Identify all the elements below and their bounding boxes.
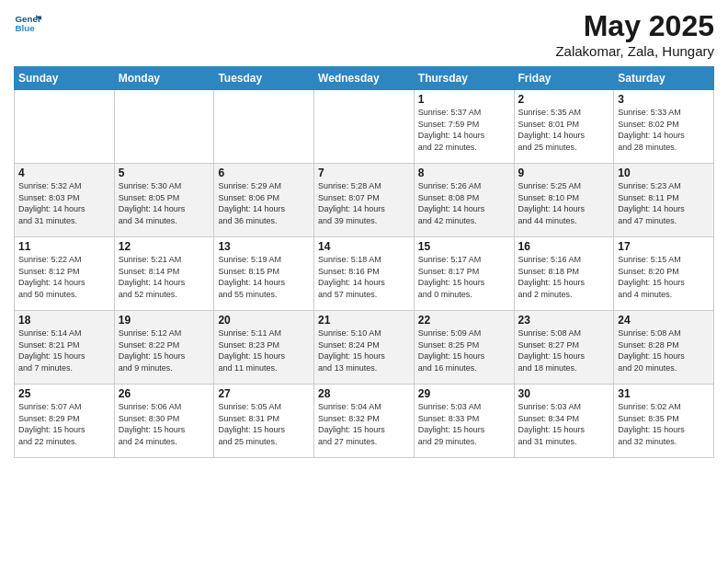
day-number: 29 — [418, 387, 510, 400]
weekday-header: Thursday — [414, 67, 514, 90]
weekday-header: Sunday — [15, 67, 115, 90]
day-number: 22 — [418, 314, 510, 327]
calendar-day-cell — [15, 90, 115, 164]
day-info: Sunrise: 5:26 AM Sunset: 8:08 PM Dayligh… — [418, 180, 510, 226]
calendar-day-cell: 15Sunrise: 5:17 AM Sunset: 8:17 PM Dayli… — [414, 237, 514, 311]
day-number: 2 — [518, 93, 610, 106]
calendar-day-cell: 10Sunrise: 5:23 AM Sunset: 8:11 PM Dayli… — [614, 164, 714, 237]
day-number: 6 — [218, 167, 310, 179]
calendar-day-cell: 16Sunrise: 5:16 AM Sunset: 8:18 PM Dayli… — [514, 237, 614, 311]
day-number: 4 — [18, 167, 110, 179]
calendar-day-cell: 29Sunrise: 5:03 AM Sunset: 8:33 PM Dayli… — [414, 385, 514, 458]
calendar-day-cell: 24Sunrise: 5:08 AM Sunset: 8:28 PM Dayli… — [614, 311, 714, 385]
calendar-day-cell: 3Sunrise: 5:33 AM Sunset: 8:02 PM Daylig… — [614, 90, 714, 164]
calendar-day-cell: 7Sunrise: 5:28 AM Sunset: 8:07 PM Daylig… — [314, 164, 415, 237]
calendar-week-row: 4Sunrise: 5:32 AM Sunset: 8:03 PM Daylig… — [15, 164, 714, 237]
calendar-day-cell: 25Sunrise: 5:07 AM Sunset: 8:29 PM Dayli… — [15, 385, 115, 458]
day-number: 26 — [119, 387, 210, 400]
day-number: 23 — [518, 314, 610, 327]
day-info: Sunrise: 5:35 AM Sunset: 8:01 PM Dayligh… — [518, 107, 610, 153]
day-info: Sunrise: 5:06 AM Sunset: 8:30 PM Dayligh… — [119, 401, 210, 447]
day-number: 30 — [518, 387, 610, 400]
location-title: Zalakomar, Zala, Hungary — [555, 43, 714, 59]
logo-icon: General Blue — [14, 9, 41, 37]
calendar-day-cell: 9Sunrise: 5:25 AM Sunset: 8:10 PM Daylig… — [514, 164, 614, 237]
day-info: Sunrise: 5:08 AM Sunset: 8:28 PM Dayligh… — [618, 327, 710, 373]
logo: General Blue — [14, 9, 41, 37]
day-info: Sunrise: 5:16 AM Sunset: 8:18 PM Dayligh… — [518, 254, 610, 300]
calendar-day-cell: 19Sunrise: 5:12 AM Sunset: 8:22 PM Dayli… — [114, 311, 214, 385]
calendar-week-row: 11Sunrise: 5:22 AM Sunset: 8:12 PM Dayli… — [15, 237, 714, 311]
calendar-day-cell: 26Sunrise: 5:06 AM Sunset: 8:30 PM Dayli… — [114, 385, 214, 458]
day-info: Sunrise: 5:32 AM Sunset: 8:03 PM Dayligh… — [18, 180, 110, 226]
day-number: 12 — [119, 240, 210, 253]
day-number: 3 — [618, 93, 710, 106]
calendar-day-cell: 20Sunrise: 5:11 AM Sunset: 8:23 PM Dayli… — [214, 311, 314, 385]
calendar-day-cell: 23Sunrise: 5:08 AM Sunset: 8:27 PM Dayli… — [514, 311, 614, 385]
day-number: 20 — [218, 314, 310, 327]
day-info: Sunrise: 5:14 AM Sunset: 8:21 PM Dayligh… — [18, 327, 110, 373]
calendar-week-row: 18Sunrise: 5:14 AM Sunset: 8:21 PM Dayli… — [15, 311, 714, 385]
day-info: Sunrise: 5:29 AM Sunset: 8:06 PM Dayligh… — [218, 180, 310, 226]
day-number: 7 — [318, 167, 410, 179]
calendar-day-cell: 27Sunrise: 5:05 AM Sunset: 8:31 PM Dayli… — [214, 385, 314, 458]
weekday-header: Wednesday — [314, 67, 415, 90]
day-number: 17 — [618, 240, 710, 253]
day-info: Sunrise: 5:28 AM Sunset: 8:07 PM Dayligh… — [318, 180, 410, 226]
calendar-day-cell: 13Sunrise: 5:19 AM Sunset: 8:15 PM Dayli… — [214, 237, 314, 311]
calendar-day-cell — [314, 90, 415, 164]
day-info: Sunrise: 5:07 AM Sunset: 8:29 PM Dayligh… — [18, 401, 110, 447]
calendar-day-cell: 1Sunrise: 5:37 AM Sunset: 7:59 PM Daylig… — [414, 90, 514, 164]
day-info: Sunrise: 5:19 AM Sunset: 8:15 PM Dayligh… — [218, 254, 310, 300]
day-number: 9 — [518, 167, 610, 179]
day-number: 27 — [218, 387, 310, 400]
day-info: Sunrise: 5:33 AM Sunset: 8:02 PM Dayligh… — [618, 107, 710, 153]
weekday-header: Saturday — [614, 67, 714, 90]
day-info: Sunrise: 5:22 AM Sunset: 8:12 PM Dayligh… — [18, 254, 110, 300]
day-info: Sunrise: 5:05 AM Sunset: 8:31 PM Dayligh… — [218, 401, 310, 447]
calendar-day-cell: 2Sunrise: 5:35 AM Sunset: 8:01 PM Daylig… — [514, 90, 614, 164]
day-number: 10 — [618, 167, 710, 179]
page-header: General Blue May 2025 Zalakomar, Zala, H… — [14, 9, 714, 59]
day-info: Sunrise: 5:21 AM Sunset: 8:14 PM Dayligh… — [119, 254, 210, 300]
weekday-header: Friday — [514, 67, 614, 90]
calendar-day-cell — [214, 90, 314, 164]
day-number: 11 — [18, 240, 110, 253]
day-number: 13 — [218, 240, 310, 253]
calendar-day-cell: 17Sunrise: 5:15 AM Sunset: 8:20 PM Dayli… — [614, 237, 714, 311]
day-info: Sunrise: 5:37 AM Sunset: 7:59 PM Dayligh… — [418, 107, 510, 153]
day-info: Sunrise: 5:02 AM Sunset: 8:35 PM Dayligh… — [618, 401, 710, 447]
calendar-day-cell: 12Sunrise: 5:21 AM Sunset: 8:14 PM Dayli… — [114, 237, 214, 311]
day-number: 1 — [418, 93, 510, 106]
calendar-day-cell: 8Sunrise: 5:26 AM Sunset: 8:08 PM Daylig… — [414, 164, 514, 237]
calendar-day-cell — [114, 90, 214, 164]
day-number: 31 — [618, 387, 710, 400]
day-info: Sunrise: 5:03 AM Sunset: 8:33 PM Dayligh… — [418, 401, 510, 447]
day-number: 18 — [18, 314, 110, 327]
calendar-day-cell: 11Sunrise: 5:22 AM Sunset: 8:12 PM Dayli… — [15, 237, 115, 311]
weekday-header-row: SundayMondayTuesdayWednesdayThursdayFrid… — [15, 67, 714, 90]
day-info: Sunrise: 5:30 AM Sunset: 8:05 PM Dayligh… — [119, 180, 210, 226]
day-number: 15 — [418, 240, 510, 253]
calendar-day-cell: 4Sunrise: 5:32 AM Sunset: 8:03 PM Daylig… — [15, 164, 115, 237]
calendar-table: SundayMondayTuesdayWednesdayThursdayFrid… — [14, 66, 714, 458]
day-info: Sunrise: 5:08 AM Sunset: 8:27 PM Dayligh… — [518, 327, 610, 373]
day-info: Sunrise: 5:09 AM Sunset: 8:25 PM Dayligh… — [418, 327, 510, 373]
day-number: 25 — [18, 387, 110, 400]
day-number: 21 — [318, 314, 410, 327]
calendar-day-cell: 28Sunrise: 5:04 AM Sunset: 8:32 PM Dayli… — [314, 385, 415, 458]
calendar-day-cell: 31Sunrise: 5:02 AM Sunset: 8:35 PM Dayli… — [614, 385, 714, 458]
day-number: 28 — [318, 387, 410, 400]
calendar-day-cell: 22Sunrise: 5:09 AM Sunset: 8:25 PM Dayli… — [414, 311, 514, 385]
day-info: Sunrise: 5:04 AM Sunset: 8:32 PM Dayligh… — [318, 401, 410, 447]
day-number: 16 — [518, 240, 610, 253]
calendar-week-row: 25Sunrise: 5:07 AM Sunset: 8:29 PM Dayli… — [15, 385, 714, 458]
weekday-header: Tuesday — [214, 67, 314, 90]
day-number: 5 — [119, 167, 210, 179]
day-info: Sunrise: 5:11 AM Sunset: 8:23 PM Dayligh… — [218, 327, 310, 373]
day-info: Sunrise: 5:18 AM Sunset: 8:16 PM Dayligh… — [318, 254, 410, 300]
calendar-day-cell: 30Sunrise: 5:03 AM Sunset: 8:34 PM Dayli… — [514, 385, 614, 458]
day-info: Sunrise: 5:17 AM Sunset: 8:17 PM Dayligh… — [418, 254, 510, 300]
day-info: Sunrise: 5:03 AM Sunset: 8:34 PM Dayligh… — [518, 401, 610, 447]
month-title: May 2025 — [555, 9, 714, 43]
